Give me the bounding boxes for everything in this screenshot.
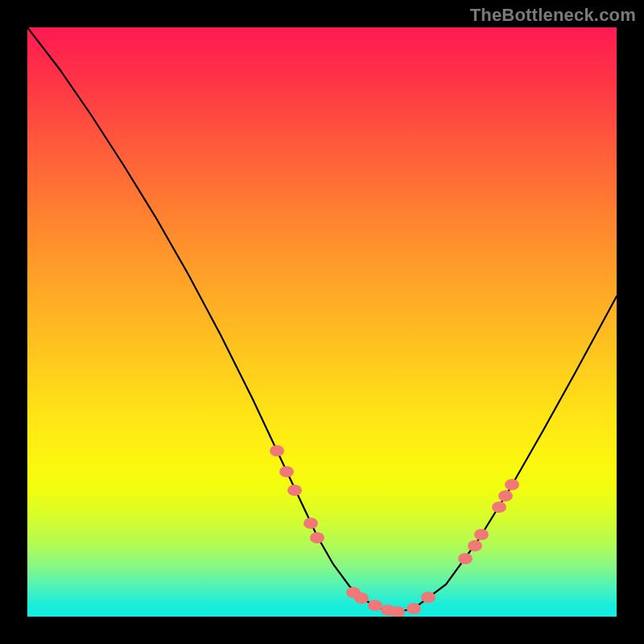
data-marker xyxy=(354,592,369,604)
data-marker xyxy=(270,445,284,456)
data-marker xyxy=(407,603,421,614)
data-marker xyxy=(474,529,489,540)
watermark-text: TheBottleneck.com xyxy=(470,5,636,26)
data-marker xyxy=(505,479,519,490)
data-marker xyxy=(421,592,436,603)
data-marker xyxy=(468,540,482,551)
data-marker xyxy=(279,466,294,477)
data-marker xyxy=(492,502,506,513)
plot-area xyxy=(27,27,617,617)
data-marker xyxy=(310,532,324,543)
data-marker xyxy=(458,553,473,564)
chart-svg xyxy=(27,27,617,617)
data-marker xyxy=(287,485,302,496)
data-marker xyxy=(303,518,318,529)
curve-layer xyxy=(27,27,617,612)
chart-frame: TheBottleneck.com xyxy=(0,0,644,644)
data-marker xyxy=(498,490,513,502)
bottleneck-curve xyxy=(27,27,617,612)
markers-layer xyxy=(270,445,519,617)
data-marker xyxy=(368,600,382,611)
